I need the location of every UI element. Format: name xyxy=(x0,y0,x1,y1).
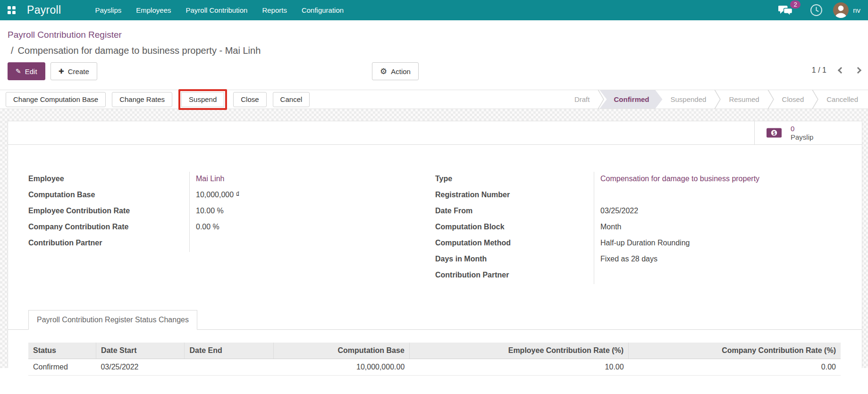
field-employee: Employee Mai Linh xyxy=(28,172,427,188)
employee-link[interactable]: Mai Linh xyxy=(189,172,427,188)
field-computation-block: Computation Block Month xyxy=(435,220,841,236)
breadcrumb-current: /Compensation for damage to business pro… xyxy=(8,45,860,56)
pager-count: 1 / 1 xyxy=(812,66,826,75)
state-suspended[interactable]: Suspended xyxy=(662,90,714,109)
button-box: $ 0 Payslip xyxy=(8,121,862,145)
cell-date-end xyxy=(185,359,274,376)
field-type: Type Compensation for damage to business… xyxy=(435,172,841,188)
change-computation-base-button[interactable]: Change Computation Base xyxy=(6,92,106,107)
main-menu: Payslips Employees Payroll Contribution … xyxy=(95,6,344,14)
col-date-start[interactable]: Date Start xyxy=(96,343,185,359)
svg-text:$: $ xyxy=(773,131,775,136)
field-company-contribution-rate: Company Contribution Rate 0.00 % xyxy=(28,220,427,236)
navbar-right: 2 nv xyxy=(778,2,860,18)
menu-item-payroll-contribution[interactable]: Payroll Contribution xyxy=(185,6,247,14)
suspend-button[interactable]: Suspend xyxy=(181,92,224,107)
pencil-icon: ✎ xyxy=(16,68,21,75)
tab-status-changes[interactable]: Payroll Contribution Register Status Cha… xyxy=(28,310,197,330)
message-count-badge: 2 xyxy=(790,0,801,8)
field-group-right: Type Compensation for damage to business… xyxy=(427,172,841,284)
payslip-count: 0 xyxy=(791,125,813,133)
pager: 1 / 1 xyxy=(812,66,860,75)
tabs-strip: Payroll Contribution Register Status Cha… xyxy=(8,310,862,330)
edit-button[interactable]: ✎ Edit xyxy=(8,62,45,80)
avatar xyxy=(833,2,849,18)
payslip-stat-button[interactable]: $ 0 Payslip xyxy=(754,121,862,144)
field-date-from: Date From 03/25/2022 xyxy=(435,204,841,220)
statusbar-buttons: Change Computation Base Change Rates Sus… xyxy=(6,89,310,110)
annotation-highlight-box: Suspend xyxy=(178,89,227,110)
field-employee-contribution-rate: Employee Contribution Rate 10.00 % xyxy=(28,204,427,220)
plus-icon: ✚ xyxy=(59,68,64,75)
cell-status: Confirmed xyxy=(28,359,96,376)
col-company-rate[interactable]: Company Contribution Rate (%) xyxy=(629,343,841,359)
state-pipeline: Draft Confirmed Suspended Resumed Closed… xyxy=(566,90,868,109)
breadcrumb-separator: / xyxy=(11,45,14,56)
app-brand[interactable]: Payroll xyxy=(27,4,61,17)
money-icon: $ xyxy=(766,127,782,138)
cell-date-start: 03/25/2022 xyxy=(96,359,185,376)
statusbar: Change Computation Base Change Rates Sus… xyxy=(0,90,868,109)
field-computation-base: Computation Base 10,000,000 ₫ xyxy=(28,188,427,204)
cancel-button[interactable]: Cancel xyxy=(273,92,310,107)
menu-item-payslips[interactable]: Payslips xyxy=(95,6,121,14)
state-draft[interactable]: Draft xyxy=(566,90,598,109)
menu-item-employees[interactable]: Employees xyxy=(136,6,171,14)
state-separator xyxy=(812,90,818,109)
field-computation-method: Computation Method Half-up Duration Roun… xyxy=(435,236,841,252)
field-days-in-month: Days in Month Fixed as 28 days xyxy=(435,252,841,268)
field-contribution-partner-right: Contribution Partner xyxy=(435,268,841,284)
field-contribution-partner: Contribution Partner xyxy=(28,236,427,252)
top-navbar: Payroll Payslips Employees Payroll Contr… xyxy=(0,0,868,20)
record-title: Compensation for damage to business prop… xyxy=(18,45,261,56)
state-closed[interactable]: Closed xyxy=(774,90,812,109)
table-row[interactable]: Confirmed 03/25/2022 10,000,000.00 10.00… xyxy=(28,359,841,376)
user-initials: nv xyxy=(853,6,860,14)
create-button[interactable]: ✚ Create xyxy=(51,62,97,80)
cell-company-rate: 0.00 xyxy=(629,359,841,376)
status-changes-table: Status Date Start Date End Computation B… xyxy=(28,343,841,376)
breadcrumb: Payroll Contribution Register /Compensat… xyxy=(0,20,868,56)
messages-icon[interactable]: 2 xyxy=(778,4,793,16)
form-view-background: $ 0 Payslip Employee Mai Linh Computatio… xyxy=(0,109,868,368)
col-status[interactable]: Status xyxy=(28,343,96,359)
menu-item-reports[interactable]: Reports xyxy=(262,6,287,14)
status-changes-table-wrap: Status Date Start Date End Computation B… xyxy=(28,343,841,376)
field-group-left: Employee Mai Linh Computation Base 10,00… xyxy=(28,172,427,284)
table-header-row: Status Date Start Date End Computation B… xyxy=(28,343,841,359)
col-computation-base[interactable]: Computation Base xyxy=(273,343,409,359)
user-menu[interactable]: nv xyxy=(833,2,860,18)
payslip-label: Payslip xyxy=(791,133,813,142)
pager-next-icon[interactable] xyxy=(855,67,861,74)
field-groups: Employee Mai Linh Computation Base 10,00… xyxy=(8,172,862,284)
state-confirmed[interactable]: Confirmed xyxy=(599,90,662,109)
menu-item-configuration[interactable]: Configuration xyxy=(302,6,344,14)
pager-previous-icon[interactable] xyxy=(838,67,844,74)
notebook: Payroll Contribution Register Status Cha… xyxy=(8,310,862,330)
type-link[interactable]: Compensation for damage to business prop… xyxy=(594,172,841,188)
state-resumed[interactable]: Resumed xyxy=(721,90,767,109)
field-registration-number: Registration Number xyxy=(435,188,841,204)
col-employee-rate[interactable]: Employee Contribution Rate (%) xyxy=(409,343,628,359)
activity-clock-icon[interactable] xyxy=(810,4,823,17)
control-panel: ✎ Edit ✚ Create ⚙ Action 1 / 1 xyxy=(0,62,868,81)
state-cancelled[interactable]: Cancelled xyxy=(818,90,866,109)
cell-employee-rate: 10.00 xyxy=(409,359,628,376)
state-separator xyxy=(714,90,721,109)
state-separator xyxy=(767,90,774,109)
form-sheet: $ 0 Payslip Employee Mai Linh Computatio… xyxy=(8,121,862,368)
action-button[interactable]: ⚙ Action xyxy=(372,62,419,80)
cell-computation-base: 10,000,000.00 xyxy=(273,359,409,376)
change-rates-button[interactable]: Change Rates xyxy=(112,92,172,107)
gear-icon: ⚙ xyxy=(380,67,387,75)
close-button[interactable]: Close xyxy=(233,92,266,107)
breadcrumb-parent[interactable]: Payroll Contribution Register xyxy=(8,30,860,40)
col-date-end[interactable]: Date End xyxy=(185,343,274,359)
apps-menu-icon[interactable] xyxy=(8,6,16,14)
